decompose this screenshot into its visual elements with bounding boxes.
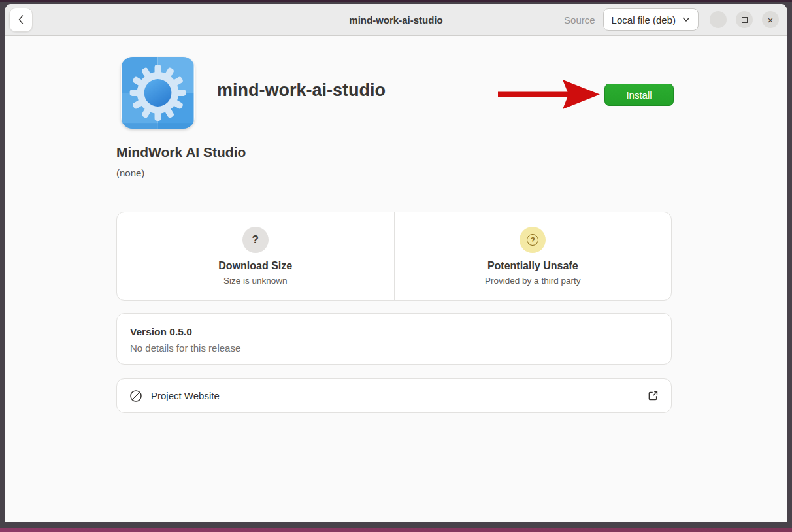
developer-name: MindWork AI Studio [116,144,246,160]
chevron-down-icon [682,17,690,22]
annotation-arrow-icon [497,78,602,111]
question-icon: ? [242,227,269,253]
tile-title: Potentially Unsafe [487,260,578,272]
tile-subtitle: Size is unknown [223,276,288,286]
minimize-button[interactable] [710,11,727,28]
project-website-row[interactable]: Project Website [116,378,672,413]
tile-title: Download Size [218,260,292,272]
close-icon: × [768,15,774,25]
app-icon [121,57,195,129]
page-title: mind-work-ai-studio [217,80,386,101]
website-label: Project Website [151,390,220,401]
window-controls: × [710,11,779,28]
source-dropdown-value: Local file (deb) [612,14,676,25]
tile-subtitle: Provided by a third party [485,276,580,286]
license-text: (none) [116,167,144,178]
desktop-background: mind-work-ai-studio Source Local file (d… [0,0,792,532]
download-size-tile[interactable]: ? Download Size Size is unknown [117,212,394,300]
source-dropdown[interactable]: Local file (deb) [603,8,699,31]
desktop-edge-bottom [0,528,792,532]
question-glyph: ? [531,237,535,244]
install-button[interactable]: Install [604,84,674,106]
desktop-edge-top [0,0,792,2]
compass-icon [129,390,142,403]
minimize-icon [715,22,722,22]
gear-app-icon [121,57,195,129]
context-tiles-card: ? Download Size Size is unknown ? Potent… [116,212,672,301]
header-bar: mind-work-ai-studio Source Local file (d… [5,4,787,36]
external-link-icon [648,390,659,401]
close-button[interactable]: × [762,11,779,28]
app-details-page: mind-work-ai-studio Install MindWork AI … [5,37,787,522]
question-glyph: ? [252,233,259,246]
back-button[interactable] [9,8,33,32]
unsafe-question-icon: ? [520,227,546,253]
version-subtitle: No details for this release [130,342,658,354]
header-right-cluster: Source Local file (deb) × [564,8,779,31]
maximize-icon [742,17,748,23]
chevron-left-icon [16,14,26,25]
version-title: Version 0.5.0 [130,326,658,338]
circled-question-glyph: ? [527,234,538,246]
safety-tile[interactable]: ? Potentially Unsafe Provided by a third… [394,212,672,300]
version-card[interactable]: Version 0.5.0 No details for this releas… [116,313,672,365]
source-label: Source [564,14,595,25]
software-app-window: mind-work-ai-studio Source Local file (d… [5,4,787,522]
maximize-button[interactable] [736,11,753,28]
